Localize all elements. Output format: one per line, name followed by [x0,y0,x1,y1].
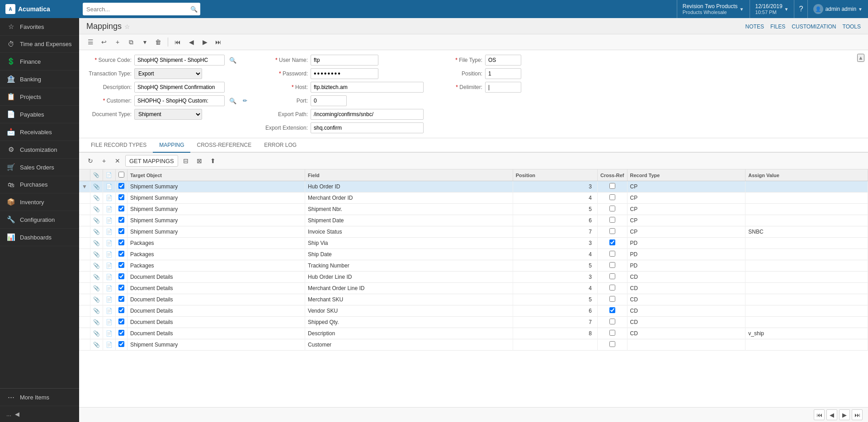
add-button[interactable]: + [112,36,123,48]
active-cell[interactable] [115,249,127,260]
crossref-cell[interactable] [597,328,627,339]
table-row[interactable]: 📎 📄 Document Details Shipped Qty. 7 CD [79,317,868,328]
sidebar-item-configuration[interactable]: 🔧 Configuration [0,211,79,229]
sidebar-item-projects[interactable]: 📋 Projects [0,88,79,106]
first-page-button[interactable]: ⏮ [814,409,825,420]
active-checkbox-11[interactable] [118,307,124,313]
sidebar-item-purchases[interactable]: 🛍 Purchases [0,176,79,193]
active-checkbox-4[interactable] [118,228,124,234]
crossref-checkbox-10[interactable] [609,296,615,302]
delimiter-input[interactable]: | [485,82,521,93]
active-checkbox-3[interactable] [118,217,124,223]
first-button[interactable]: ⏮ [172,36,184,48]
logo-area[interactable]: A Acumatica [0,4,79,14]
collapse-form-button[interactable]: ▲ [857,54,864,62]
crossref-cell[interactable] [597,192,627,204]
expand-cell[interactable]: ▼ [79,181,90,192]
active-cell[interactable] [115,260,127,272]
expand-cell[interactable] [79,249,90,260]
nav-datetime[interactable]: 12/16/2019 10:57 PM ▼ [750,0,794,18]
col-active-header[interactable] [115,169,127,181]
crossref-checkbox-6[interactable] [609,251,615,257]
expand-cell[interactable] [79,294,90,305]
crossref-checkbox-11[interactable] [609,307,615,313]
description-input[interactable]: ShopHQ Shipment Confirmation [134,82,225,93]
expand-cell[interactable] [79,204,90,215]
crossref-checkbox-4[interactable] [609,228,615,234]
sidebar-item-time-expenses[interactable]: ⏱ Time and Expenses [0,36,79,53]
refresh-mapping-button[interactable]: ↻ [85,155,96,167]
active-all-checkbox[interactable] [118,172,124,178]
expand-cell[interactable] [79,226,90,238]
transaction-type-select[interactable]: Export [134,68,202,79]
files-button[interactable]: FILES [770,23,785,30]
customer-input[interactable]: SHOPHQ - ShopHQ Custom: [134,95,225,106]
active-cell[interactable] [115,226,127,238]
expand-cell[interactable] [79,272,90,283]
last-page-button[interactable]: ⏭ [852,409,863,420]
sidebar-item-customization[interactable]: ⚙ Customization [0,141,79,159]
last-button[interactable]: ⏭ [212,36,224,48]
active-cell[interactable] [115,328,127,339]
favorite-star-icon[interactable]: ☆ [124,23,130,30]
crossref-checkbox-14[interactable] [609,341,615,347]
prev-button[interactable]: ◀ [185,36,197,48]
source-code-search-button[interactable]: 🔍 [227,57,238,64]
username-input[interactable]: ftp [311,55,378,66]
crossref-cell[interactable] [597,204,627,215]
tab-file-record-types[interactable]: FILE RECORD TYPES [85,138,153,153]
active-checkbox-8[interactable] [118,273,124,279]
crossref-cell[interactable] [597,272,627,283]
expand-cell[interactable] [79,215,90,226]
active-cell[interactable] [115,294,127,305]
active-cell[interactable] [115,215,127,226]
tools-button[interactable]: TOOLS [843,23,861,30]
active-cell[interactable] [115,204,127,215]
active-checkbox-10[interactable] [118,296,124,302]
search-input[interactable] [83,3,200,15]
expand-cell[interactable] [79,339,90,351]
crossref-cell[interactable] [597,260,627,272]
table-row[interactable]: 📎 📄 Document Details Merchant SKU 5 CD [79,294,868,305]
crossref-checkbox-9[interactable] [609,285,615,291]
export-button[interactable]: ⬆ [207,155,219,167]
table-row[interactable]: 📎 📄 Packages Ship Via 3 PD [79,238,868,249]
tab-cross-reference[interactable]: CROSS-REFERENCE [190,138,258,153]
prev-page-button[interactable]: ◀ [826,409,837,420]
delete-mapping-button[interactable]: ✕ [112,155,123,167]
active-cell[interactable] [115,317,127,328]
copy-dropdown-button[interactable]: ▾ [139,36,151,48]
active-checkbox-9[interactable] [118,285,124,291]
nav-user[interactable]: 👤 admin admin ▼ [807,0,868,18]
nav-help-button[interactable]: ? [794,0,807,18]
crossref-cell[interactable] [597,215,627,226]
table-row[interactable]: 📎 📄 Packages Tracking Number 5 PD [79,260,868,272]
crossref-checkbox-13[interactable] [609,330,615,336]
crossref-checkbox-12[interactable] [609,319,615,324]
sidebar-item-sales-orders[interactable]: 🛒 Sales Orders [0,159,79,176]
sidebar-item-finance[interactable]: 💲 Finance [0,53,79,70]
active-cell[interactable] [115,283,127,294]
source-code-input[interactable]: ShopHQ Shipment - ShopHC [134,55,225,66]
active-cell[interactable] [115,192,127,204]
undo-button[interactable]: ↩ [98,36,110,48]
port-input[interactable]: 0 [311,95,347,106]
position-input[interactable]: 1 [485,68,521,79]
table-row[interactable]: 📎 📄 Packages Ship Date 4 PD [79,249,868,260]
crossref-checkbox-7[interactable] [609,262,615,268]
active-checkbox-0[interactable] [118,183,124,189]
active-checkbox-2[interactable] [118,206,124,211]
toggle-columns-button[interactable]: ☰ [85,36,96,48]
tab-mapping[interactable]: MAPPING [153,138,190,153]
active-cell[interactable] [115,305,127,317]
table-row[interactable]: 📎 📄 Document Details Hub Order Line ID 3… [79,272,868,283]
crossref-checkbox-0[interactable] [609,183,615,189]
crossref-checkbox-1[interactable] [609,194,615,200]
delete-button[interactable]: 🗑 [152,36,164,48]
expand-cell[interactable] [79,260,90,272]
table-row[interactable]: 📎 📄 Shipment Summary Shipment Date 6 CP [79,215,868,226]
nav-company[interactable]: Revision Two Products Products Wholesale… [677,0,750,18]
expand-cell[interactable] [79,317,90,328]
crossref-checkbox-5[interactable] [609,239,615,245]
sidebar-item-inventory[interactable]: 📦 Inventory [0,193,79,211]
